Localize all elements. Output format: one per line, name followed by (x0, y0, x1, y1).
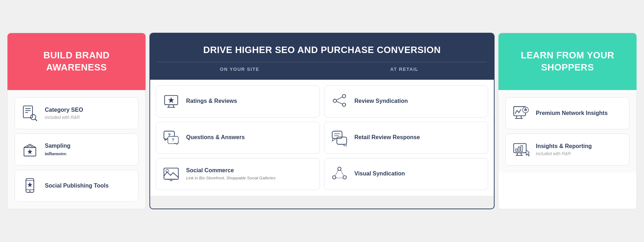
card-questions-answers[interactable]: ? ? Questions & Answers (156, 122, 320, 154)
card-sampling-brand: influenster. (45, 151, 132, 157)
card-questions-answers-title: Questions & Answers (186, 134, 314, 141)
col2-subheader-left: ON YOUR SITE (157, 62, 322, 76)
svg-point-18 (342, 94, 345, 98)
visual-syndication-icon (330, 165, 349, 183)
svg-line-51 (521, 153, 522, 155)
col3-header: LEARN FROM YOUR SHOPPERS (498, 33, 637, 90)
card-retail-review-response-title: Retail Review Response (354, 134, 482, 141)
svg-line-42 (516, 116, 517, 118)
svg-text:?: ? (172, 138, 174, 142)
card-social-commerce[interactable]: Social Commerce Link in Bio Storefront, … (156, 158, 320, 190)
svg-point-37 (343, 175, 346, 179)
svg-point-12 (29, 190, 31, 192)
card-premium-network-insights[interactable]: Premium Network Insights (506, 97, 629, 129)
col3-body: Premium Network Insights (498, 90, 637, 173)
svg-marker-7 (28, 149, 32, 154)
card-insights-reporting-title: Insights & Reporting (536, 143, 623, 150)
card-social-commerce-text: Social Commerce Link in Bio Storefront, … (186, 167, 314, 181)
svg-marker-17 (169, 98, 174, 103)
card-premium-network-insights-text: Premium Network Insights (536, 110, 623, 117)
col1-body: Category SEO included with R&R Samp (7, 90, 146, 209)
card-visual-syndication-text: Visual Syndication (354, 170, 482, 178)
card-social-publishing[interactable]: Social Publishing Tools (15, 170, 138, 202)
svg-line-43 (521, 116, 522, 118)
col1-title: BUILD BRAND AWARENESS (18, 49, 135, 74)
card-sampling[interactable]: Sampling influenster. (15, 133, 138, 165)
card-social-publishing-title: Social Publishing Tools (45, 182, 132, 190)
svg-point-36 (333, 175, 336, 179)
card-visual-syndication[interactable]: Visual Syndication (324, 158, 488, 190)
social-publishing-icon (21, 177, 39, 195)
card-premium-network-insights-title: Premium Network Insights (536, 110, 623, 117)
col2-subheader-right: AT RETAIL (322, 62, 487, 76)
card-insights-reporting-subtitle: included with R&R (536, 151, 623, 156)
card-category-seo-subtitle: included with R&R (45, 115, 132, 120)
col1-header: BUILD BRAND AWARENESS (7, 33, 146, 90)
card-sampling-title: Sampling (45, 142, 132, 150)
svg-rect-53 (516, 149, 517, 151)
ratings-reviews-icon (162, 92, 180, 111)
card-insights-reporting[interactable]: Insights & Reporting included with R&R (506, 133, 629, 165)
card-questions-answers-text: Questions & Answers (186, 134, 314, 141)
main-container: BUILD BRAND AWARENESS Cat (7, 33, 637, 209)
svg-line-15 (173, 105, 174, 107)
svg-point-35 (338, 167, 341, 170)
insights-reporting-icon (512, 140, 530, 159)
premium-network-insights-icon (512, 104, 530, 122)
retail-review-response-icon (330, 128, 349, 147)
card-retail-review-response-text: Retail Review Response (354, 134, 482, 141)
svg-rect-54 (518, 147, 520, 152)
card-category-seo[interactable]: Category SEO included with R&R (15, 97, 138, 129)
card-retail-review-response[interactable]: Retail Review Response (324, 122, 488, 154)
sampling-icon (21, 140, 39, 159)
card-insights-reporting-text: Insights & Reporting included with R&R (536, 143, 623, 156)
col-drive-seo: DRIVE HIGHER SEO AND PURCHASE CONVERSION… (149, 33, 495, 209)
svg-line-22 (337, 101, 343, 104)
card-social-publishing-text: Social Publishing Tools (45, 182, 132, 190)
review-syndication-icon (330, 92, 349, 111)
col-brand-awareness: BUILD BRAND AWARENESS Cat (7, 33, 146, 209)
card-ratings-reviews[interactable]: Ratings & Reviews (156, 85, 320, 117)
svg-line-21 (337, 97, 343, 100)
svg-line-50 (517, 153, 518, 155)
col2-subheaders: ON YOUR SITE AT RETAIL (157, 62, 487, 76)
card-category-seo-title: Category SEO (45, 106, 132, 114)
card-social-commerce-title: Social Commerce (186, 167, 314, 174)
svg-point-20 (333, 99, 336, 102)
svg-line-5 (35, 119, 37, 121)
card-review-syndication[interactable]: Review Syndication (324, 85, 488, 117)
col2-title: DRIVE HIGHER SEO AND PURCHASE CONVERSION (157, 44, 487, 56)
col2-body: Ratings & Reviews Review Syndica (150, 80, 494, 196)
card-review-syndication-text: Review Syndication (354, 98, 482, 105)
svg-line-38 (335, 170, 338, 176)
svg-marker-56 (526, 150, 529, 156)
svg-marker-11 (28, 183, 32, 187)
card-category-seo-text: Category SEO included with R&R (45, 106, 132, 120)
card-sampling-text: Sampling influenster. (45, 142, 132, 157)
card-ratings-reviews-text: Ratings & Reviews (186, 98, 314, 105)
questions-answers-icon: ? ? (162, 128, 180, 147)
social-commerce-icon (162, 165, 180, 183)
card-social-commerce-desc: Link in Bio Storefront, Shoppable Social… (186, 175, 314, 181)
svg-line-39 (341, 170, 344, 176)
card-visual-syndication-title: Visual Syndication (354, 170, 482, 178)
col3-title: LEARN FROM YOUR SHOPPERS (509, 49, 626, 74)
category-seo-icon (21, 104, 39, 122)
svg-point-19 (342, 103, 345, 106)
col-learn-shoppers: LEARN FROM YOUR SHOPPERS (498, 33, 637, 209)
svg-line-14 (169, 105, 169, 107)
svg-rect-55 (521, 146, 523, 152)
col2-header: DRIVE HIGHER SEO AND PURCHASE CONVERSION… (150, 33, 494, 80)
card-review-syndication-title: Review Syndication (354, 98, 482, 105)
card-ratings-reviews-title: Ratings & Reviews (186, 98, 314, 105)
